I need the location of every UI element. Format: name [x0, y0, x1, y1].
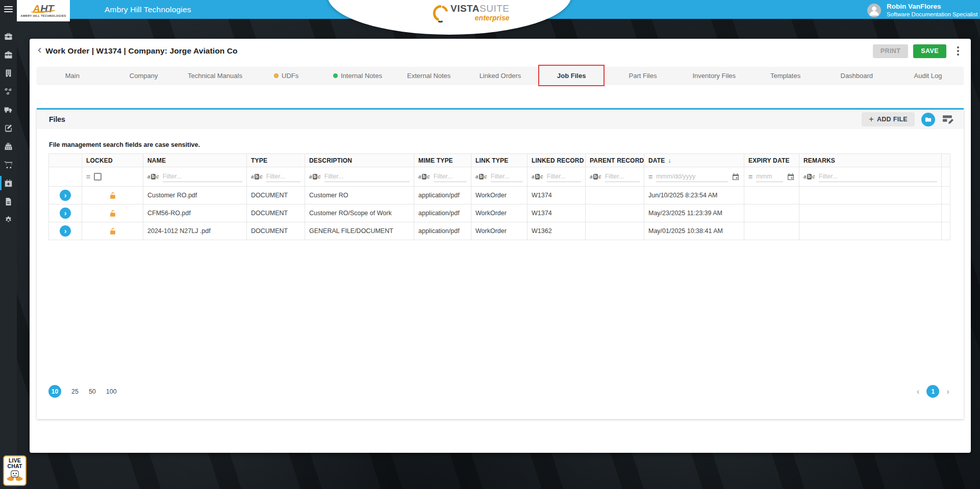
- unlocked-padlock-icon[interactable]: [108, 209, 117, 218]
- page-size-100[interactable]: 100: [106, 388, 117, 395]
- page-title: Work Order | W1374 | Company: Jorge Avia…: [45, 46, 237, 56]
- match-case-icon[interactable]: abc: [590, 174, 601, 179]
- tab-job-files[interactable]: Job Files: [536, 67, 607, 84]
- col-spacer: [942, 154, 950, 167]
- add-file-button[interactable]: + ADD FILE: [862, 112, 915, 126]
- shopping-cart-icon: [4, 161, 13, 169]
- unlocked-padlock-icon[interactable]: [108, 226, 117, 236]
- match-case-icon[interactable]: abc: [418, 174, 430, 179]
- sidebar-item-cash-register[interactable]: [0, 137, 17, 156]
- tab-technical-manuals[interactable]: Technical Manuals: [180, 67, 251, 84]
- expand-row-button[interactable]: ›: [60, 225, 71, 237]
- document-icon: [4, 197, 13, 206]
- tab-linked-orders[interactable]: Linked Orders: [465, 67, 536, 84]
- page-size-25[interactable]: 25: [71, 388, 79, 395]
- back-chevron-icon[interactable]: ‹: [37, 45, 45, 57]
- kebab-menu-icon[interactable]: [953, 45, 963, 57]
- sidebar-item-briefcase[interactable]: [0, 27, 17, 45]
- tab-internal-notes[interactable]: Internal Notes: [322, 67, 393, 84]
- parent-record-filter-input[interactable]: [605, 172, 640, 182]
- sidebar-item-settings[interactable]: [0, 211, 17, 229]
- tab-external-notes[interactable]: External Notes: [393, 67, 465, 84]
- col-name[interactable]: NAME: [143, 154, 247, 167]
- next-page-icon[interactable]: ›: [946, 385, 949, 398]
- tab-part-files[interactable]: Part Files: [607, 67, 679, 84]
- equals-operator-icon[interactable]: =: [86, 173, 90, 181]
- page-size-10[interactable]: 10: [48, 385, 61, 398]
- print-button[interactable]: PRINT: [873, 44, 909, 58]
- locked-filter-checkbox[interactable]: [94, 173, 102, 181]
- toolbox-icon: [4, 50, 13, 59]
- live-chat-button[interactable]: LIVE CHAT: [3, 455, 27, 486]
- grid-edit-button[interactable]: [942, 113, 954, 126]
- expand-row-button[interactable]: ›: [60, 208, 71, 219]
- equals-operator-icon[interactable]: =: [748, 173, 752, 181]
- aht-logo[interactable]: AHT AMBRY HILL TECHNOLOGIES: [17, 0, 70, 21]
- page-size-50[interactable]: 50: [89, 388, 96, 395]
- col-type[interactable]: TYPE: [247, 154, 305, 167]
- calendar-picker-icon[interactable]: [787, 173, 795, 181]
- col-mime-type[interactable]: MIME TYPE: [414, 154, 471, 167]
- match-case-icon[interactable]: abc: [309, 174, 321, 179]
- user-name: Robin VanFlores: [887, 3, 977, 11]
- calendar-picker-icon[interactable]: [732, 173, 740, 181]
- type-filter-input[interactable]: [266, 172, 300, 182]
- save-button[interactable]: SAVE: [913, 44, 946, 58]
- vistasuite-logo: VISTASUITE enterprise: [431, 4, 510, 24]
- mime-type-filter-input[interactable]: [434, 172, 467, 182]
- tab-templates[interactable]: Templates: [750, 67, 821, 84]
- tab-dashboard[interactable]: Dashboard: [821, 67, 892, 84]
- cash-register-icon: [4, 142, 13, 151]
- tab-inventory-files[interactable]: Inventory Files: [679, 67, 750, 84]
- linked-record-filter-input[interactable]: [547, 172, 581, 182]
- remarks-filter-input[interactable]: [819, 172, 937, 182]
- match-case-icon[interactable]: abc: [251, 174, 263, 179]
- tab-main[interactable]: Main: [37, 67, 108, 84]
- sidebar-item-building[interactable]: [0, 64, 17, 82]
- col-date[interactable]: DATE↓: [644, 154, 744, 167]
- match-case-icon[interactable]: abc: [803, 174, 815, 179]
- user-menu[interactable]: Robin VanFlores Software Documentation S…: [867, 0, 977, 20]
- unlocked-padlock-icon[interactable]: [108, 191, 117, 200]
- hamburger-menu-icon[interactable]: [4, 6, 13, 14]
- col-locked[interactable]: LOCKED: [82, 154, 143, 167]
- file-row: › Customer RO.pdf DOCUMENT Customer RO a…: [49, 187, 950, 204]
- current-page[interactable]: 1: [926, 385, 939, 398]
- tab-company[interactable]: Company: [108, 67, 180, 84]
- sidebar-item-toolbox[interactable]: [0, 45, 17, 64]
- sidebar-item-edit-note[interactable]: [0, 119, 17, 137]
- work-order-panel: ‹ Work Order | W1374 | Company: Jorge Av…: [30, 39, 971, 453]
- sidebar-item-cogs[interactable]: [0, 82, 17, 100]
- col-linked-record[interactable]: LINKED RECORD: [527, 154, 586, 167]
- equals-operator-icon[interactable]: =: [648, 173, 652, 181]
- prev-page-icon[interactable]: ‹: [917, 385, 920, 398]
- match-case-icon[interactable]: abc: [147, 174, 159, 179]
- case-sensitive-note: File management search fields are case s…: [49, 141, 200, 148]
- briefcase-icon: [4, 32, 13, 41]
- sidebar-item-shopping-cart[interactable]: [0, 156, 17, 174]
- sidebar-item-truck[interactable]: [0, 100, 17, 119]
- col-remarks[interactable]: REMARKS: [799, 154, 942, 167]
- record-title-bar: ‹ Work Order | W1374 | Company: Jorge Av…: [30, 39, 971, 63]
- match-case-icon[interactable]: abc: [475, 174, 487, 179]
- expand-row-button[interactable]: ›: [60, 190, 71, 201]
- col-parent-record[interactable]: PARENT RECORD: [586, 154, 644, 167]
- folder-view-button[interactable]: [921, 113, 935, 126]
- file-row: › CFM56-RO.pdf DOCUMENT Customer RO/Scop…: [49, 204, 950, 222]
- match-case-icon[interactable]: abc: [532, 174, 543, 179]
- sidebar-item-calendar-plus[interactable]: [0, 174, 17, 192]
- files-card: Files + ADD FILE File management search …: [37, 108, 964, 419]
- col-description[interactable]: DESCRIPTION: [305, 154, 414, 167]
- tab-udfs[interactable]: UDFs: [250, 67, 322, 84]
- col-expiry-date[interactable]: EXPIRY DATE: [744, 154, 799, 167]
- sidebar-item-document[interactable]: [0, 192, 17, 211]
- tab-audit-log[interactable]: Audit Log: [892, 67, 964, 84]
- aht-logo-caption: AMBRY HILL TECHNOLOGIES: [20, 14, 66, 17]
- description-filter-input[interactable]: [324, 172, 410, 182]
- link-type-filter-input[interactable]: [491, 172, 523, 182]
- date-filter-input[interactable]: [656, 172, 728, 182]
- expiry-date-filter-input[interactable]: [756, 172, 783, 182]
- files-section-title: Files: [49, 115, 65, 123]
- col-link-type[interactable]: LINK TYPE: [471, 154, 527, 167]
- name-filter-input[interactable]: [163, 172, 242, 182]
